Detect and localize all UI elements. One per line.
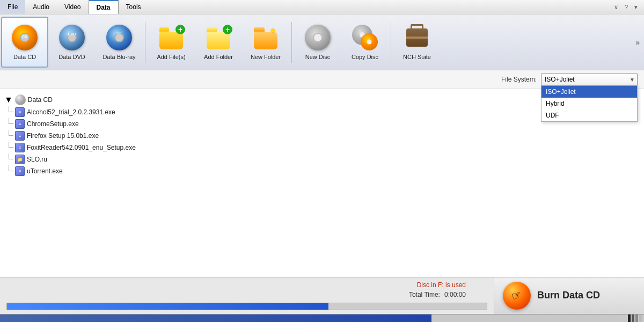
menu-bar: FileAudioVideoDataTools ∨ ? ▾ <box>0 0 644 14</box>
list-item[interactable]: ≡Firefox Setup 15.0b1.exe <box>2 130 642 142</box>
burn-button[interactable]: ☞ Burn Data CD <box>494 277 644 314</box>
filesystem-option-udf[interactable]: UDF <box>541 109 637 121</box>
spinner-dot-4 <box>639 314 642 322</box>
bottom-bar <box>0 314 644 322</box>
copy-disc-icon <box>351 24 379 52</box>
toolbar-separator-1 <box>145 22 145 63</box>
toolbar-group-nch: NCH Suite <box>393 17 441 68</box>
burn-label: Burn Data CD <box>537 290 600 301</box>
filesystem-label: File System: <box>501 76 537 83</box>
add-folder-label: Add Folder <box>204 54 233 61</box>
filesystem-dropdown-arrow: ▼ <box>630 77 635 83</box>
filesystem-select-container: ISO+Joliet ▼ ISO+Joliet Hybrid UDF <box>541 74 638 85</box>
progress-bar <box>6 303 487 310</box>
toolbar-btn-new-disc[interactable]: New Disc <box>294 17 341 68</box>
disc-status-message: Disc in F: is used <box>6 281 487 289</box>
menu-item-file[interactable]: File <box>0 0 25 14</box>
spinner-dot-1 <box>628 314 631 322</box>
data-dvd-icon: DVD <box>58 24 86 52</box>
file-label: Firefox Setup 15.0b1.exe <box>27 132 99 140</box>
menu-item-video[interactable]: Video <box>57 0 88 14</box>
main-content: File System: ISO+Joliet ▼ ISO+Joliet Hyb… <box>0 70 644 277</box>
toolbar-btn-new-folder[interactable]: ✦ New Folder <box>242 17 289 68</box>
toolbar-group-disc-types: CD Data CD DVD Data DVD BD <box>1 17 143 68</box>
file-label: FoxitReader542.0901_enu_Setup.exe <box>27 144 136 151</box>
new-folder-label: New Folder <box>251 54 281 61</box>
toolbar-btn-data-dvd[interactable]: DVD Data DVD <box>48 17 96 68</box>
filesystem-current-value: ISO+Joliet <box>545 76 575 83</box>
new-disc-label: New Disc <box>305 54 330 61</box>
file-label: SLO.ru <box>27 156 47 163</box>
menu-item-tools[interactable]: Tools <box>119 0 149 14</box>
filesystem-bar: File System: ISO+Joliet ▼ ISO+Joliet Hyb… <box>0 70 644 89</box>
new-disc-icon <box>304 24 332 52</box>
burn-icon: ☞ <box>503 282 531 310</box>
file-icon: ≡ <box>15 143 25 152</box>
help-icon[interactable]: ? <box>623 3 630 11</box>
data-bluray-label: Data Blu-ray <box>103 54 135 61</box>
expand-toolbar-button[interactable]: » <box>632 36 643 49</box>
toolbar-btn-add-files[interactable]: + Add File(s) <box>148 17 195 68</box>
toolbar: CD Data CD DVD Data DVD BD <box>0 14 644 70</box>
status-time-row: Total Time: 0:00:00 <box>6 291 487 298</box>
toolbar-group-disc-ops: New Disc Copy Disc <box>294 17 389 68</box>
copy-disc-label: Copy Disc <box>352 54 378 61</box>
filesystem-option-hybrid[interactable]: Hybrid <box>541 98 637 109</box>
menu-item-data[interactable]: Data <box>89 0 119 14</box>
status-bar: Disc in F: is used Total Time: 0:00:00 ☞… <box>0 277 644 314</box>
file-label: ChromeSetup.exe <box>27 120 79 128</box>
progress-bar-fill <box>7 303 328 310</box>
spinner-area <box>628 314 644 322</box>
total-time-value: 0:00:00 <box>444 291 466 298</box>
bottom-progress-fill <box>0 314 431 322</box>
data-bluray-icon: BD <box>105 24 133 52</box>
tree-root-label: Data CD <box>28 96 53 104</box>
add-files-icon: + <box>157 24 185 52</box>
filesystem-select[interactable]: ISO+Joliet ▼ <box>541 74 638 85</box>
list-item[interactable]: ≡FoxitReader542.0901_enu_Setup.exe <box>2 142 642 153</box>
new-folder-icon: ✦ <box>252 24 280 52</box>
spinner-dot-3 <box>635 314 638 322</box>
data-cd-label: Data CD <box>13 54 36 61</box>
file-icon: ≡ <box>15 166 25 176</box>
dropdown-icon[interactable]: ▾ <box>632 3 640 12</box>
filesystem-dropdown: ISO+Joliet Hybrid UDF <box>541 85 638 122</box>
toolbar-btn-copy-disc[interactable]: Copy Disc <box>341 17 389 68</box>
file-icon: 📁 <box>15 155 25 164</box>
data-cd-icon: CD <box>11 24 39 52</box>
burn-hand-icon: ☞ <box>509 287 524 304</box>
spinner-dot-2 <box>632 314 634 322</box>
total-time-label: Total Time: <box>409 291 440 298</box>
file-icon: ≡ <box>15 119 25 129</box>
add-files-label: Add File(s) <box>157 54 185 61</box>
toolbar-group-file-ops: + Add File(s) + Add Folder <box>148 17 289 68</box>
file-label: Alcohol52_trial_2.0.2.3931.exe <box>27 108 115 116</box>
nch-suite-label: NCH Suite <box>403 54 431 61</box>
add-folder-icon: + <box>204 24 232 52</box>
nch-suite-icon <box>403 24 431 52</box>
burn-label-box: Burn Data CD <box>537 290 600 301</box>
file-icon: ≡ <box>15 107 25 117</box>
list-item[interactable]: ≡uTorrent.exe <box>2 165 642 177</box>
filesystem-option-iso-joliet[interactable]: ISO+Joliet <box>541 86 637 98</box>
list-item[interactable]: 📁SLO.ru <box>2 153 642 165</box>
toolbar-separator-2 <box>291 22 292 63</box>
toolbar-btn-add-folder[interactable]: + Add Folder <box>195 17 242 68</box>
toolbar-btn-data-bluray[interactable]: BD Data Blu-ray <box>96 17 143 68</box>
file-icon: ≡ <box>15 131 25 141</box>
toolbar-btn-data-cd[interactable]: CD Data CD <box>1 17 48 68</box>
toolbar-separator-3 <box>391 22 391 63</box>
menu-right: ∨ ? ▾ <box>612 0 644 14</box>
menu-item-audio[interactable]: Audio <box>25 0 57 14</box>
chevron-icon[interactable]: ∨ <box>612 3 620 12</box>
status-left: Disc in F: is used Total Time: 0:00:00 <box>0 277 494 314</box>
toolbar-btn-nch-suite[interactable]: NCH Suite <box>393 17 441 68</box>
data-dvd-label: Data DVD <box>58 54 85 61</box>
file-label: uTorrent.exe <box>27 167 63 175</box>
